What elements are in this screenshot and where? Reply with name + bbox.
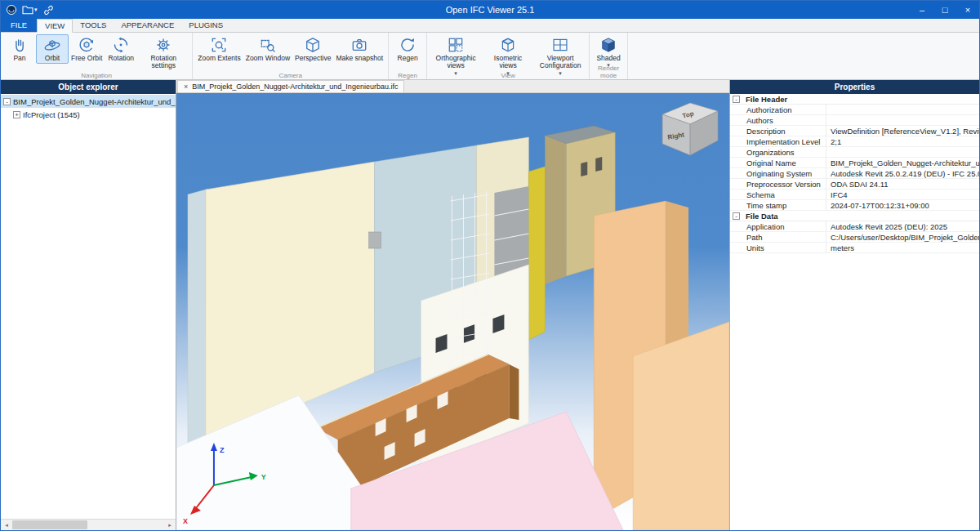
document-tab[interactable]: × BIM_Projekt_Golden_Nugget-Architektur_… <box>177 80 404 92</box>
viewport-configuration-icon <box>551 36 569 54</box>
properties-panel: Properties - File Header Authorization A… <box>730 80 979 530</box>
property-group-file-header[interactable]: - File Header <box>730 94 979 105</box>
property-row[interactable]: Original NameBIM_Projekt_Golden_Nugget-A… <box>730 158 979 168</box>
property-value: IFC4 <box>826 190 979 199</box>
viewport-configuration-label: Viewport Configuration <box>537 55 584 70</box>
property-row[interactable]: Unitsmeters <box>730 243 979 253</box>
viewport-area: × BIM_Projekt_Golden_Nugget-Architektur_… <box>176 80 730 530</box>
tab-view[interactable]: VIEW <box>37 19 73 33</box>
link-icon[interactable] <box>42 5 55 16</box>
property-row[interactable]: Preprocessor VersionODA SDAI 24.11 <box>730 179 979 190</box>
zoom-window-button[interactable]: Zoom Window <box>243 34 292 64</box>
pan-button[interactable]: Pan <box>3 34 36 64</box>
group-label-view: View <box>427 72 589 79</box>
building-peach-right <box>633 322 729 530</box>
property-value: C:/Users/user/Desktop/BIM_Projekt_Golden… <box>826 233 979 242</box>
perspective-button[interactable]: Perspective <box>292 34 333 64</box>
free-orbit-label: Free Orbit <box>71 55 102 62</box>
ribbon: Pan Orbit Free Orbit Rotation Rotation s… <box>1 33 979 80</box>
property-value: meters <box>826 243 979 252</box>
property-value: Autodesk Revit 25.0.2.419 (DEU) - IFC 25… <box>826 169 979 178</box>
regen-button[interactable]: Regen <box>391 34 424 64</box>
free-orbit-icon <box>78 36 96 54</box>
tree-item-label: IfcProject (1545) <box>23 110 80 119</box>
document-tabbar: × BIM_Projekt_Golden_Nugget-Architektur_… <box>176 80 729 93</box>
property-value: 2024-07-17T00:12:31+09:00 <box>826 201 979 210</box>
window-title: Open IFC Viewer 25.1 <box>1 5 979 15</box>
property-key: Schema <box>730 190 826 199</box>
tab-tools[interactable]: TOOLS <box>73 18 114 32</box>
property-row[interactable]: SchemaIFC4 <box>730 190 979 200</box>
property-row[interactable]: Authorization <box>730 105 979 115</box>
collapse-expander-icon[interactable]: - <box>3 98 11 105</box>
property-key: Authors <box>730 115 826 125</box>
open-file-icon[interactable]: ▾ <box>22 5 38 15</box>
property-row[interactable]: ApplicationAutodesk Revit 2025 (DEU): 20… <box>730 221 979 232</box>
property-key: Implementation Level <box>730 136 826 146</box>
shaded-label: Shaded <box>596 55 620 62</box>
ribbon-group-view: Orthographic views ▾ Isometric views ▾ V… <box>427 33 590 79</box>
properties-header: Properties <box>730 80 979 94</box>
property-key: Units <box>730 243 826 252</box>
tree-item-label: BIM_Projekt_Golden_Nugget-Architektur_un… <box>13 97 176 106</box>
tab-close-icon[interactable]: × <box>184 83 188 91</box>
isometric-views-icon <box>499 36 517 54</box>
group-collapse-icon[interactable]: - <box>733 212 740 220</box>
property-group-file-data[interactable]: - File Data <box>730 211 979 221</box>
isometric-views-button[interactable]: Isometric views ▾ <box>482 34 534 78</box>
zoom-window-icon <box>259 36 277 54</box>
pan-icon <box>11 36 29 54</box>
wall-grayblue-left <box>188 190 206 469</box>
ribbon-group-camera: Zoom Extents Zoom Window Perspective Mak… <box>193 33 389 79</box>
group-label-navigation: Navigation <box>1 72 192 79</box>
rotation-settings-label: Rotation settings <box>140 55 187 70</box>
property-row[interactable]: DescriptionViewDefinition [ReferenceView… <box>730 126 979 136</box>
free-orbit-button[interactable]: Free Orbit <box>69 34 105 64</box>
tab-file[interactable]: FILE <box>1 18 37 32</box>
expand-expander-icon[interactable]: + <box>13 111 20 118</box>
tree-item-project-root[interactable]: - BIM_Projekt_Golden_Nugget-Architektur_… <box>1 95 176 108</box>
maximize-button[interactable]: □ <box>933 1 956 19</box>
scroll-right-icon[interactable]: ▸ <box>164 520 176 530</box>
ribbon-tabs: FILE VIEW TOOLS APPEARANCE PLUGINS <box>1 19 979 33</box>
open-file-caret-icon[interactable]: ▾ <box>34 7 38 13</box>
scroll-left-icon[interactable]: ◂ <box>1 520 12 530</box>
hscroll-thumb[interactable] <box>12 520 87 529</box>
regen-label: Regen <box>398 55 418 62</box>
zoom-extents-button[interactable]: Zoom Extents <box>195 34 243 64</box>
property-row[interactable]: Implementation Level2;1 <box>730 136 979 147</box>
hscroll-track[interactable] <box>12 520 164 530</box>
zoom-window-label: Zoom Window <box>246 55 290 62</box>
axis-x-label: X <box>183 517 188 525</box>
close-button[interactable]: × <box>956 1 979 19</box>
property-group-name: File Header <box>743 95 787 104</box>
group-collapse-icon[interactable]: - <box>733 96 740 103</box>
minimize-button[interactable]: – <box>911 1 933 19</box>
property-row[interactable]: Organizations <box>730 147 979 158</box>
make-snapshot-button[interactable]: Make snapshot <box>333 34 385 64</box>
property-row[interactable]: PathC:/Users/user/Desktop/BIM_Projekt_Go… <box>730 232 979 243</box>
property-group-name: File Data <box>743 212 778 221</box>
tab-plugins[interactable]: PLUGINS <box>181 18 230 32</box>
axis-z-label: Z <box>220 446 225 454</box>
property-value: Autodesk Revit 2025 (DEU): 2025 <box>826 222 979 231</box>
rooftop-unit <box>369 232 381 248</box>
property-row[interactable]: Authors <box>730 115 979 126</box>
rotation-settings-button[interactable]: Rotation settings <box>137 34 189 72</box>
object-explorer-hscrollbar[interactable]: ◂ ▸ <box>1 519 176 530</box>
tree-item-ifcproject[interactable]: + IfcProject (1545) <box>1 108 176 121</box>
tab-appearance[interactable]: APPEARANCE <box>114 18 181 32</box>
viewport-configuration-button[interactable]: Viewport Configuration ▾ <box>534 34 586 78</box>
group-label-render-mode: Render mode <box>590 65 627 79</box>
rotation-button[interactable]: Rotation <box>105 34 137 64</box>
orbit-button[interactable]: Orbit <box>36 34 69 64</box>
ribbon-group-regen: Regen Regen <box>389 33 427 79</box>
orthographic-views-button[interactable]: Orthographic views ▾ <box>430 34 482 78</box>
3d-viewport[interactable]: Top Right Z Y X <box>176 93 729 530</box>
property-row[interactable]: Time stamp2024-07-17T00:12:31+09:00 <box>730 200 979 211</box>
pan-label: Pan <box>13 55 25 62</box>
property-key: Preprocessor Version <box>730 179 826 189</box>
main-area: Object explorer - BIM_Projekt_Golden_Nug… <box>1 80 979 530</box>
property-row[interactable]: Originating SystemAutodesk Revit 25.0.2.… <box>730 168 979 179</box>
orthographic-views-label: Orthographic views <box>432 55 479 70</box>
